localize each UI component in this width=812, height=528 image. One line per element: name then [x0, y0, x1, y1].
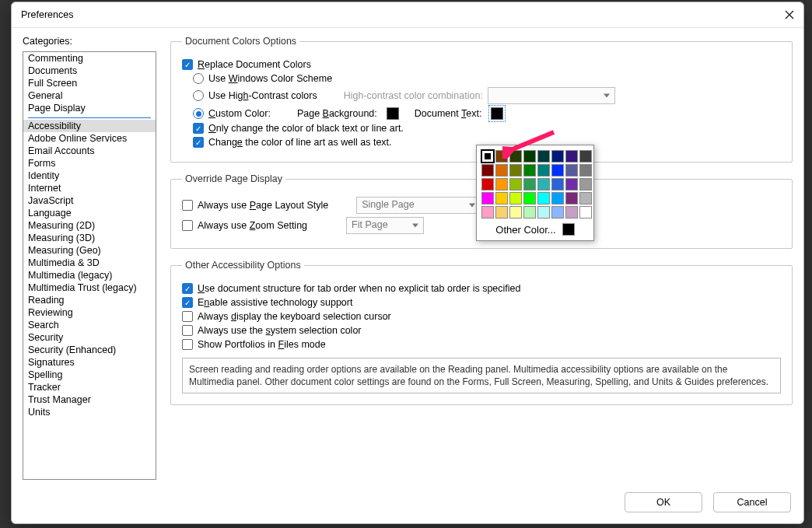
info-text: Screen reading and reading order options…: [182, 358, 781, 393]
category-tracker[interactable]: Tracker: [23, 381, 156, 393]
color-swatch[interactable]: [495, 206, 508, 219]
category-multimedia-3d[interactable]: Multimedia & 3D: [23, 257, 156, 269]
color-swatch[interactable]: [551, 150, 564, 163]
color-swatch[interactable]: [537, 206, 550, 219]
document-text-swatch[interactable]: [491, 107, 503, 120]
category-documents[interactable]: Documents: [23, 65, 156, 77]
color-swatch[interactable]: [495, 178, 508, 191]
category-multimedia-trust-legacy-[interactable]: Multimedia Trust (legacy): [23, 281, 156, 294]
keyboard-cursor-checkbox[interactable]: [182, 311, 193, 322]
color-swatch[interactable]: [481, 206, 494, 219]
category-forms[interactable]: Forms: [23, 157, 156, 170]
color-swatch[interactable]: [579, 192, 592, 205]
category-adobe-online-services[interactable]: Adobe Online Services: [23, 132, 156, 145]
color-swatch[interactable]: [537, 150, 550, 163]
color-swatch[interactable]: [509, 192, 522, 205]
category-multimedia-legacy-[interactable]: Multimedia (legacy): [23, 269, 156, 281]
always-zoom-label: Always use Zoom Setting: [198, 220, 307, 231]
system-selection-checkbox[interactable]: [182, 325, 193, 336]
category-security-enhanced-[interactable]: Security (Enhanced): [23, 344, 156, 356]
color-swatch[interactable]: [537, 164, 550, 177]
color-swatch[interactable]: [481, 192, 494, 205]
color-swatch[interactable]: [537, 178, 550, 191]
assistive-checkbox[interactable]: ✓: [182, 297, 193, 308]
color-swatch[interactable]: [537, 192, 550, 205]
page-background-swatch[interactable]: [387, 107, 399, 120]
use-high-contrast-radio[interactable]: [193, 90, 204, 101]
zoom-combo[interactable]: Fit Page: [346, 217, 424, 234]
cancel-button[interactable]: Cancel: [713, 492, 791, 512]
other-color-label: Other Color...: [495, 224, 555, 236]
titlebar: Preferences: [12, 2, 803, 28]
color-swatch[interactable]: [579, 178, 592, 191]
category-language[interactable]: Language: [23, 207, 156, 219]
replace-document-colors-checkbox[interactable]: ✓: [182, 59, 193, 70]
categories-list[interactable]: CommentingDocumentsFull ScreenGeneralPag…: [23, 51, 156, 480]
other-color-row[interactable]: Other Color...: [481, 223, 589, 236]
category-email-accounts[interactable]: Email Accounts: [23, 145, 156, 157]
color-swatch[interactable]: [495, 164, 508, 177]
category-commenting[interactable]: Commenting: [23, 52, 156, 65]
change-lineart-checkbox[interactable]: ✓: [193, 137, 204, 148]
close-button[interactable]: [782, 7, 797, 23]
category-identity[interactable]: Identity: [23, 170, 156, 182]
color-palette: [481, 150, 589, 219]
color-swatch[interactable]: [551, 164, 564, 177]
color-swatch[interactable]: [481, 164, 494, 177]
category-page-display[interactable]: Page Display: [23, 102, 156, 114]
color-swatch[interactable]: [565, 150, 578, 163]
color-swatch[interactable]: [551, 178, 564, 191]
main-panel: Document Colors Options ✓ Replace Docume…: [170, 36, 793, 480]
color-swatch[interactable]: [495, 192, 508, 205]
color-swatch[interactable]: [523, 192, 536, 205]
color-swatch[interactable]: [523, 150, 536, 163]
color-swatch[interactable]: [481, 150, 494, 163]
category-internet[interactable]: Internet: [23, 182, 156, 194]
color-swatch[interactable]: [565, 192, 578, 205]
category-search[interactable]: Search: [23, 319, 156, 331]
always-page-layout-checkbox[interactable]: [182, 200, 193, 211]
color-swatch[interactable]: [509, 164, 522, 177]
only-black-label: Only change the color of black text or l…: [208, 123, 404, 134]
category-signatures[interactable]: Signatures: [23, 356, 156, 369]
color-swatch[interactable]: [579, 164, 592, 177]
ok-button[interactable]: OK: [625, 492, 702, 512]
custom-color-label: Custom Color:: [208, 108, 271, 119]
color-swatch[interactable]: [523, 164, 536, 177]
color-swatch[interactable]: [495, 150, 508, 163]
category-reviewing[interactable]: Reviewing: [23, 306, 156, 319]
color-swatch[interactable]: [565, 178, 578, 191]
category-trust-manager[interactable]: Trust Manager: [23, 393, 156, 406]
tab-order-checkbox[interactable]: ✓: [182, 283, 193, 294]
color-swatch[interactable]: [481, 178, 494, 191]
always-zoom-checkbox[interactable]: [182, 220, 193, 231]
only-black-checkbox[interactable]: ✓: [193, 123, 204, 134]
category-spelling[interactable]: Spelling: [23, 369, 156, 381]
category-full-screen[interactable]: Full Screen: [23, 77, 156, 89]
color-swatch[interactable]: [551, 206, 564, 219]
category-reading[interactable]: Reading: [23, 294, 156, 306]
color-swatch[interactable]: [565, 164, 578, 177]
category-units[interactable]: Units: [23, 406, 156, 418]
color-swatch[interactable]: [579, 150, 592, 163]
category-accessibility[interactable]: Accessibility: [23, 120, 156, 132]
page-layout-combo[interactable]: Single Page: [356, 197, 481, 214]
color-swatch[interactable]: [509, 178, 522, 191]
category-security[interactable]: Security: [23, 331, 156, 344]
category-measuring-geo-[interactable]: Measuring (Geo): [23, 244, 156, 257]
portfolios-checkbox[interactable]: [182, 339, 193, 350]
color-swatch[interactable]: [579, 206, 592, 219]
use-windows-color-radio[interactable]: [193, 73, 204, 84]
category-general[interactable]: General: [23, 89, 156, 102]
color-swatch[interactable]: [509, 150, 522, 163]
category-measuring-3d-[interactable]: Measuring (3D): [23, 232, 156, 244]
color-swatch[interactable]: [565, 206, 578, 219]
category-measuring-2d-[interactable]: Measuring (2D): [23, 219, 156, 232]
category-javascript[interactable]: JavaScript: [23, 194, 156, 207]
color-swatch[interactable]: [551, 192, 564, 205]
color-swatch[interactable]: [509, 206, 522, 219]
color-swatch[interactable]: [523, 206, 536, 219]
custom-color-radio[interactable]: [193, 108, 204, 119]
color-swatch[interactable]: [523, 178, 536, 191]
document-text-label: Document Text:: [415, 108, 482, 119]
